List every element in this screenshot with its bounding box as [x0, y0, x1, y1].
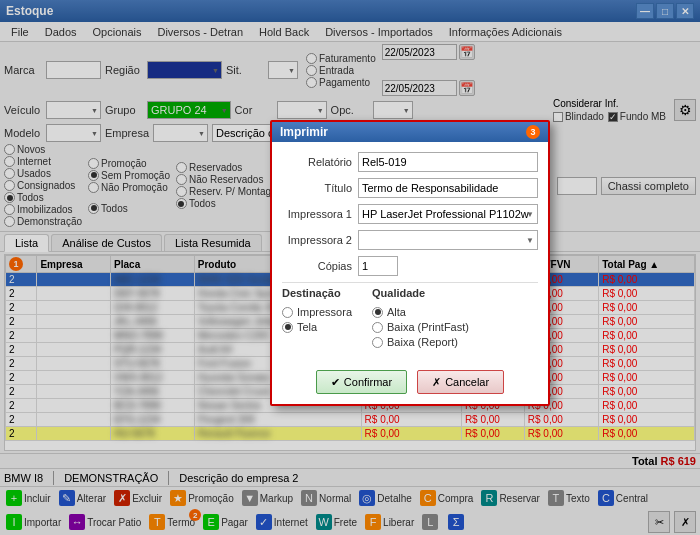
form-destinacao-qualidade: Destinação Impressora Tela Qualidade Alt… [282, 287, 538, 348]
col-destinacao: Destinação Impressora Tela [282, 287, 352, 348]
confirm-button[interactable]: ✔ Confirmar [316, 370, 407, 394]
radio-dot-impressora [282, 307, 293, 318]
form-row-relatorio: Relatório [282, 152, 538, 172]
divider [282, 282, 538, 283]
radio-dot-baixa-rep [372, 337, 383, 348]
x-icon: ✗ [432, 376, 441, 389]
radio-baixa-printfast-opt[interactable]: Baixa (PrintFast) [372, 321, 469, 333]
select-impressora2-wrapper [358, 230, 538, 250]
label-relatorio: Relatório [282, 156, 352, 168]
modal-imprimir: Imprimir 3 Relatório Título Impressora 1… [270, 120, 550, 406]
label-titulo: Título [282, 182, 352, 194]
modal-badge: 3 [526, 125, 540, 139]
select-impressora2[interactable] [358, 230, 538, 250]
form-row-titulo: Título [282, 178, 538, 198]
modal-body: Relatório Título Impressora 1 HP LaserJe… [272, 142, 548, 364]
form-row-copias: Cópias [282, 256, 538, 276]
form-row-impressora2: Impressora 2 [282, 230, 538, 250]
input-titulo[interactable] [358, 178, 538, 198]
label-qualidade: Qualidade [372, 287, 469, 299]
radio-dot-alta [372, 307, 383, 318]
radio-dot-baixa-pf [372, 322, 383, 333]
radio-baixa-report-opt[interactable]: Baixa (Report) [372, 336, 469, 348]
modal-title: Imprimir [280, 125, 328, 139]
cancel-button[interactable]: ✗ Cancelar [417, 370, 504, 394]
radio-alta-opt[interactable]: Alta [372, 306, 469, 318]
label-impressora2: Impressora 2 [282, 234, 352, 246]
check-icon: ✔ [331, 376, 340, 389]
radio-tela-opt[interactable]: Tela [282, 321, 352, 333]
modal-footer: ✔ Confirmar ✗ Cancelar [272, 364, 548, 404]
select-impressora1[interactable]: HP LaserJet Professional P1102w [358, 204, 538, 224]
modal-header: Imprimir 3 [272, 122, 548, 142]
radio-dot-tela [282, 322, 293, 333]
col-qualidade: Qualidade Alta Baixa (PrintFast) Baixa (… [372, 287, 469, 348]
input-relatorio[interactable] [358, 152, 538, 172]
label-destinacao: Destinação [282, 287, 352, 299]
input-copias[interactable] [358, 256, 398, 276]
select-impressora1-wrapper: HP LaserJet Professional P1102w [358, 204, 538, 224]
radio-impressora-opt[interactable]: Impressora [282, 306, 352, 318]
form-row-impressora1: Impressora 1 HP LaserJet Professional P1… [282, 204, 538, 224]
label-impressora1: Impressora 1 [282, 208, 352, 220]
label-copias: Cópias [282, 260, 352, 272]
